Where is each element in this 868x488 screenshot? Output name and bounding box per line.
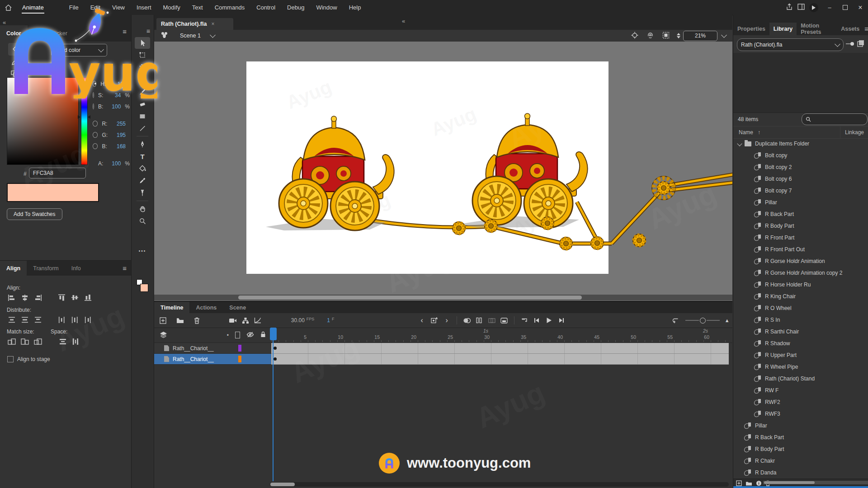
layer-parenting-icon[interactable] (240, 315, 250, 326)
onion-skin-outlines-icon[interactable] (474, 315, 484, 326)
folder-expand-chevron[interactable] (737, 141, 742, 146)
text-tool[interactable]: T (135, 150, 150, 162)
timeline-tab[interactable]: Timeline (154, 302, 189, 313)
library-item-row[interactable]: R Shadow (733, 338, 868, 349)
library-panel-menu-icon[interactable]: ≡ (864, 25, 868, 33)
color-panel-tab[interactable]: Color (0, 25, 28, 42)
linkage-column-header[interactable]: Linkage (840, 129, 868, 136)
panel-tab[interactable]: Properties (733, 23, 769, 35)
library-item-row[interactable]: R Gorse Holdr Animation (733, 255, 868, 267)
distribute-top-edge-icon[interactable] (7, 316, 16, 323)
create-frame-span-icon[interactable] (499, 315, 509, 326)
library-item-label[interactable]: RWF2 (765, 399, 780, 405)
color-mode-radio[interactable] (93, 92, 94, 98)
ease-graph-icon[interactable] (252, 315, 263, 326)
library-item-label[interactable]: R Gorse Holdr Animation copy 2 (765, 270, 842, 276)
library-search-input[interactable] (814, 116, 854, 123)
zoom-level-input[interactable] (683, 31, 717, 41)
collapse-panel-icon[interactable]: « (3, 19, 6, 26)
library-item-row[interactable]: R Body Part (733, 443, 868, 455)
library-item-label[interactable]: R King Chair (765, 293, 796, 300)
library-item-label[interactable]: Bolt copy 7 (765, 188, 792, 194)
menu-item[interactable]: Help (343, 0, 367, 15)
menu-item[interactable]: Window (310, 0, 343, 15)
center-stage-icon[interactable] (631, 32, 638, 40)
library-item-label[interactable]: RWF3 (765, 411, 780, 417)
match-height-icon[interactable] (20, 338, 29, 345)
layer-color-chip[interactable] (238, 345, 241, 352)
library-item-row[interactable]: R Gorse Holdr Animation copy 2 (733, 267, 868, 279)
space-vertically-icon[interactable] (58, 338, 67, 345)
panel-tab[interactable]: Assets (837, 23, 863, 35)
library-item-row[interactable]: R Back Part (733, 432, 868, 443)
color-channel-value[interactable]: 255 (112, 121, 126, 127)
layer-color-chip[interactable] (238, 356, 241, 362)
library-item-label[interactable]: R O Wheel (765, 305, 792, 311)
library-item-label[interactable]: Pillar (755, 422, 767, 429)
lock-column-icon[interactable] (260, 331, 266, 339)
library-item-label[interactable]: Pillar (765, 199, 777, 206)
color-channel-value[interactable]: 100 (107, 103, 121, 110)
scene-dropdown-chevron[interactable] (210, 32, 216, 38)
library-item-row[interactable]: RWF2 (733, 396, 868, 408)
play-button[interactable] (544, 315, 554, 326)
distribute-right-edge-icon[interactable] (85, 315, 91, 324)
distribute-bottom-edge-icon[interactable] (33, 316, 42, 323)
layer-frames[interactable] (271, 354, 729, 365)
library-item-row[interactable]: Pillar (733, 197, 868, 208)
eyedropper-tool[interactable] (135, 175, 150, 187)
library-item-row[interactable]: R Upper Part (733, 349, 868, 361)
home-icon[interactable] (0, 5, 16, 11)
menu-item[interactable]: Control (250, 0, 281, 15)
library-item-row[interactable]: Pillar (733, 420, 868, 432)
hide-column-eye-icon[interactable] (246, 332, 254, 339)
lasso-tool[interactable] (135, 61, 150, 73)
align-horizontal-center-icon[interactable] (20, 294, 29, 301)
color-mode-radio[interactable] (93, 143, 98, 149)
scene-name[interactable]: Scene 1 (180, 33, 201, 39)
tools-panel-menu-icon[interactable]: ≡ (146, 28, 150, 35)
playhead-head[interactable] (270, 328, 277, 340)
pin-library-icon[interactable] (845, 41, 854, 48)
align-to-stage-checkbox[interactable] (7, 356, 14, 362)
color-mode-radio[interactable] (93, 103, 94, 109)
menu-item[interactable]: Debug (281, 0, 310, 15)
sort-ascending-icon[interactable]: ↑ (758, 129, 760, 136)
color-mode-radio[interactable] (93, 121, 98, 127)
timeline-tab[interactable]: Actions (189, 302, 223, 313)
zoom-tool[interactable] (135, 215, 150, 227)
layer-name[interactable]: Rath__Chariot__ (173, 356, 214, 362)
color-type-dropdown[interactable]: Solid color (51, 44, 107, 56)
layer-row[interactable]: Rath__Chariot__ (154, 354, 271, 365)
hand-tool[interactable] (135, 203, 150, 215)
timeline-zoom-slider[interactable] (685, 318, 720, 324)
library-item-row[interactable]: R King Chair (733, 291, 868, 302)
zoom-dropdown-chevron[interactable] (721, 32, 727, 38)
library-item-label[interactable]: R Back Part (755, 434, 784, 441)
align-top-edge-icon[interactable] (57, 294, 66, 301)
highlight-column-icon[interactable]: • (227, 332, 229, 338)
hue-slider[interactable] (81, 77, 88, 165)
color-mode-radio[interactable] (93, 81, 96, 87)
selection-tool[interactable] (135, 37, 150, 49)
library-item-row[interactable]: R Front Part Out (733, 244, 868, 255)
color-channel-value[interactable]: 168 (112, 143, 126, 150)
paint-bucket-tool[interactable] (135, 163, 150, 174)
library-item-row[interactable]: R Wheel Pipe (733, 361, 868, 373)
color-mode-radio[interactable] (93, 132, 98, 138)
new-folder-icon[interactable] (175, 315, 185, 326)
more-tools-button[interactable]: ••• (135, 245, 150, 257)
color-channel-value[interactable]: 34 (107, 92, 121, 99)
library-item-label[interactable]: R Front Part Out (765, 246, 805, 253)
align-right-edge-icon[interactable] (33, 294, 42, 301)
library-item-label[interactable]: Bolt copy (765, 152, 787, 159)
library-document-dropdown[interactable]: Rath (Chariot).fla (737, 38, 844, 51)
library-item-label[interactable]: Bolt copy 2 (765, 164, 792, 170)
edit-scene-icon[interactable] (160, 32, 168, 40)
camera-icon[interactable] (227, 315, 238, 326)
library-item-row[interactable]: Duplicate Items Folder (733, 138, 868, 150)
library-item-label[interactable]: R Upper Part (765, 352, 797, 358)
collapse-docbar-icon[interactable]: « (402, 18, 405, 24)
color-channel-value[interactable]: 19 (110, 81, 123, 87)
delete-layer-trash-icon[interactable] (192, 315, 202, 326)
